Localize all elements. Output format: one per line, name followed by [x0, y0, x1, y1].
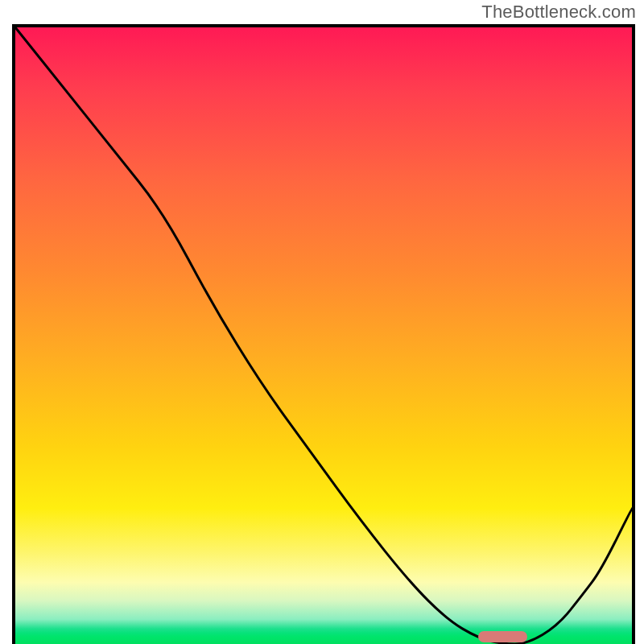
chart-svg — [15, 27, 632, 644]
watermark-text: TheBottleneck.com — [481, 2, 636, 23]
optimal-range-marker — [478, 631, 527, 642]
chart-frame — [12, 24, 635, 644]
bottleneck-curve — [15, 27, 632, 644]
